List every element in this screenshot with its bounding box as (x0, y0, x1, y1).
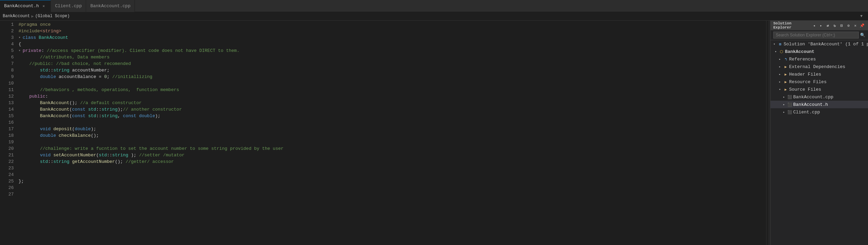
se-forward-btn[interactable]: ▸ (818, 22, 824, 29)
se-item-source_files[interactable]: ▾▶Source Files (771, 86, 868, 93)
se-expand-client_cpp[interactable]: ▸ (782, 110, 786, 114)
token: //challenge: write a fucntion to set the… (19, 145, 283, 152)
token: //getter/ accessor (126, 158, 174, 165)
se-expand-solution[interactable]: ▾ (772, 42, 777, 46)
token: setAccountNumber (53, 152, 96, 158)
token: const (72, 106, 88, 113)
solution-explorer-tree: ▾⊞Solution 'BankAccount' (1 of 1 project… (771, 40, 868, 245)
se-expand-resource_files[interactable]: ▸ (777, 79, 782, 84)
token: ); (128, 152, 139, 158)
se-pin-btn[interactable]: 📌 (859, 22, 865, 29)
breadcrumb-bar: BankAccount ▶ (Global Scope) ▼ (0, 12, 868, 21)
line-number-24: 24 (0, 171, 14, 178)
search-icon[interactable]: 🔍 (860, 33, 865, 38)
breadcrumb-file[interactable]: BankAccount (3, 14, 30, 19)
se-expand-bankaccount_cpp[interactable]: ▸ (782, 94, 786, 99)
token: string (102, 106, 118, 113)
token: #include (19, 28, 40, 34)
code-line-8: std::string accountNumber; (17, 67, 766, 74)
token: //public: //bad choice, not recomended (19, 60, 131, 67)
token: // another constructor (123, 106, 182, 113)
solution-explorer-toolbar: ◂ ▸ ⇄ ↻ ⊟ ⚙ ✕ 📌 (811, 22, 865, 29)
se-back-btn[interactable]: ◂ (811, 22, 817, 29)
token: BankAccount (40, 113, 69, 119)
code-line-15: BankAccount(const std::string, const dou… (17, 113, 766, 119)
se-label-solution: Solution 'BankAccount' (1 of 1 project) (784, 42, 868, 47)
token: ( (96, 152, 99, 158)
line-number-15: 15 (0, 113, 14, 119)
code-line-26 (17, 185, 766, 191)
close-tab-bankaccount-h[interactable]: ✕ (41, 3, 46, 9)
code-line-3: ▾ class BankAccount (17, 34, 766, 41)
se-item-client_cpp[interactable]: ▸⬛Client.cpp (771, 108, 868, 116)
se-item-ext_deps[interactable]: ▸▶External Dependencies (771, 63, 868, 70)
project-icon: ⬡ (779, 49, 784, 54)
token: }; (19, 178, 24, 185)
code-line-20: //challenge: write a fucntion to set the… (17, 145, 766, 152)
token (19, 158, 40, 165)
se-item-solution[interactable]: ▾⊞Solution 'BankAccount' (1 of 1 project… (771, 40, 868, 48)
token: string (53, 158, 69, 165)
se-close-btn[interactable]: ✕ (852, 22, 858, 29)
line-number-9: 9 (0, 74, 14, 80)
code-line-14: BankAccount(const std::string);// anothe… (17, 106, 766, 113)
token: ); (155, 113, 161, 119)
se-label-ext_deps: External Dependencies (789, 64, 845, 69)
token: double (19, 74, 59, 80)
token: class (23, 34, 39, 41)
se-item-bankaccount_cpp[interactable]: ▸⬛BankAccount.cpp (771, 93, 868, 101)
se-refresh-btn[interactable]: ↻ (832, 22, 838, 29)
line-number-4: 4 (0, 41, 14, 47)
tab-bankaccount-h[interactable]: BankAccount.h ✕ (0, 0, 51, 12)
token: ); (118, 106, 123, 113)
se-item-references[interactable]: ▸↰References (771, 55, 868, 63)
folder-icon: ▶ (783, 79, 788, 85)
line-number-10: 10 (0, 80, 14, 87)
se-item-bankaccount_h[interactable]: ▸⬛BankAccount.h (771, 101, 868, 108)
line-numbers: 1234567891011121314151617181920212223242… (0, 21, 17, 245)
token: accountNumber; (69, 67, 109, 74)
se-expand-ext_deps[interactable]: ▸ (777, 64, 782, 69)
collapse-icon-5[interactable]: ▾ (19, 47, 23, 54)
token: accountBalance = (59, 74, 104, 80)
se-item-bankaccount_proj[interactable]: ▾⬡BankAccount (771, 48, 868, 55)
line-number-7: 7 (0, 60, 14, 67)
code-line-27 (17, 191, 766, 198)
collapse-icon-3[interactable]: ▾ (19, 34, 23, 41)
token: string (53, 67, 69, 74)
code-content[interactable]: #pragma once#include<string>▾ class Bank… (17, 21, 766, 245)
se-expand-references[interactable]: ▸ (777, 57, 782, 62)
se-label-header_files: Header Files (789, 72, 821, 77)
se-item-resource_files[interactable]: ▸▶Resource Files (771, 78, 868, 86)
se-filter-btn[interactable]: ⊟ (838, 22, 845, 29)
se-sync-btn[interactable]: ⇄ (825, 22, 831, 29)
token: ( (72, 126, 75, 132)
se-expand-header_files[interactable]: ▸ (777, 72, 782, 77)
token: double (75, 126, 91, 132)
token: :: (48, 158, 54, 165)
se-item-header_files[interactable]: ▸▶Header Files (771, 70, 868, 78)
code-editor: 1234567891011121314151617181920212223242… (0, 21, 768, 245)
line-number-1: 1 (0, 21, 14, 28)
solution-explorer-search-input[interactable] (773, 32, 859, 38)
se-expand-bankaccount_proj[interactable]: ▾ (773, 49, 778, 54)
token: double (139, 113, 155, 119)
token: (); (115, 158, 126, 165)
token: <string> (40, 28, 61, 34)
code-line-13: BankAccount(); //a default constructor (17, 100, 766, 106)
tab-bankaccount-cpp[interactable]: BankAccount.cpp (86, 0, 135, 12)
line-number-19: 19 (0, 139, 14, 145)
line-number-11: 11 (0, 87, 14, 93)
token: void (40, 126, 53, 132)
token: ( (69, 106, 72, 113)
se-expand-bankaccount_h[interactable]: ▸ (782, 102, 786, 107)
tab-client-cpp[interactable]: Client.cpp (51, 0, 86, 12)
solution-explorer: Solution Explorer ◂ ▸ ⇄ ↻ ⊟ ⚙ ✕ 📌 🔍 ▾⊞So… (770, 21, 868, 245)
code-line-10 (17, 80, 766, 87)
token: BankAccount (39, 34, 68, 41)
main-layout: 1234567891011121314151617181920212223242… (0, 21, 868, 245)
se-expand-source_files[interactable]: ▾ (777, 87, 782, 92)
breadcrumb-scope[interactable]: (Global Scope) (35, 14, 859, 19)
token: std (88, 113, 96, 119)
se-settings-btn[interactable]: ⚙ (845, 22, 852, 29)
